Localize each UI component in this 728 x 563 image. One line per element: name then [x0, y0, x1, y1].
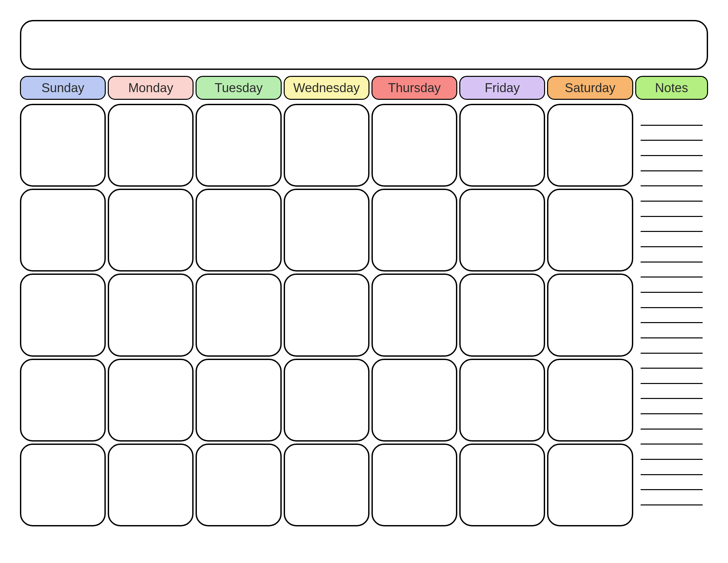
header-tuesday: Tuesday [196, 76, 281, 100]
header-friday-label: Friday [485, 81, 520, 95]
day-cell[interactable] [459, 273, 545, 356]
day-cell[interactable] [459, 104, 545, 187]
day-cell[interactable] [20, 189, 106, 271]
day-cell[interactable] [20, 104, 106, 187]
note-line [641, 261, 703, 262]
day-cell[interactable] [20, 359, 106, 442]
header-sunday-label: Sunday [42, 81, 84, 95]
header-thursday-label: Thursday [388, 81, 441, 95]
note-line [641, 155, 703, 156]
header-saturday-label: Saturday [565, 81, 615, 95]
note-line [641, 504, 703, 505]
day-cell[interactable] [284, 104, 369, 187]
note-line [641, 338, 703, 339]
note-line [641, 368, 703, 369]
day-cell[interactable] [547, 189, 633, 271]
day-cell[interactable] [108, 273, 194, 356]
day-cell[interactable] [547, 273, 633, 356]
weekday-header-row: Sunday Monday Tuesday Wednesday Thursday… [20, 76, 708, 100]
header-monday: Monday [108, 76, 194, 100]
header-sunday: Sunday [20, 76, 106, 100]
header-tuesday-label: Tuesday [215, 81, 262, 95]
day-cell[interactable] [108, 104, 194, 187]
note-line [641, 246, 703, 247]
day-cell[interactable] [459, 444, 545, 526]
day-cell[interactable] [284, 444, 369, 526]
note-line [641, 398, 703, 399]
day-cell[interactable] [196, 444, 281, 526]
day-cell[interactable] [196, 104, 281, 187]
note-line [641, 307, 703, 308]
day-cell[interactable] [371, 444, 457, 526]
day-cell[interactable] [547, 359, 633, 442]
header-monday-label: Monday [128, 81, 173, 95]
day-cell[interactable] [196, 189, 281, 271]
note-line [641, 276, 703, 277]
note-line [641, 185, 703, 186]
note-line [641, 489, 703, 490]
calendar-page: Sunday Monday Tuesday Wednesday Thursday… [0, 0, 728, 563]
note-line [641, 444, 703, 445]
note-line [641, 429, 703, 430]
note-line [641, 140, 703, 141]
day-cell[interactable] [20, 444, 106, 526]
day-cell[interactable] [108, 189, 194, 271]
header-notes: Notes [635, 76, 708, 100]
note-line [641, 231, 703, 232]
calendar-grid [20, 104, 633, 526]
header-wednesday-label: Wednesday [293, 81, 360, 95]
day-cell[interactable] [371, 273, 457, 356]
title-banner[interactable] [20, 20, 708, 70]
note-line [641, 170, 703, 171]
header-saturday: Saturday [547, 76, 633, 100]
header-thursday: Thursday [371, 76, 457, 100]
day-cell[interactable] [284, 273, 369, 356]
header-wednesday: Wednesday [284, 76, 369, 100]
day-cell[interactable] [459, 189, 545, 271]
day-cell[interactable] [547, 444, 633, 526]
day-cell[interactable] [196, 359, 281, 442]
header-friday: Friday [459, 76, 545, 100]
day-cell[interactable] [20, 273, 106, 356]
day-cell[interactable] [371, 104, 457, 187]
note-line [641, 383, 703, 384]
day-cell[interactable] [284, 189, 369, 271]
header-notes-label: Notes [655, 81, 688, 95]
day-cell[interactable] [196, 273, 281, 356]
note-line [641, 459, 703, 460]
day-cell[interactable] [108, 359, 194, 442]
note-line [641, 292, 703, 293]
note-line [641, 322, 703, 323]
day-cell[interactable] [371, 189, 457, 271]
day-cell[interactable] [371, 359, 457, 442]
notes-column[interactable] [635, 104, 708, 526]
day-cell[interactable] [108, 444, 194, 526]
day-cell[interactable] [284, 359, 369, 442]
day-cell[interactable] [547, 104, 633, 187]
note-line [641, 216, 703, 217]
note-line [641, 474, 703, 475]
content-row [20, 104, 708, 526]
note-line [641, 201, 703, 202]
note-line [641, 353, 703, 354]
note-line [641, 413, 703, 414]
day-cell[interactable] [459, 359, 545, 442]
note-line [641, 125, 703, 126]
